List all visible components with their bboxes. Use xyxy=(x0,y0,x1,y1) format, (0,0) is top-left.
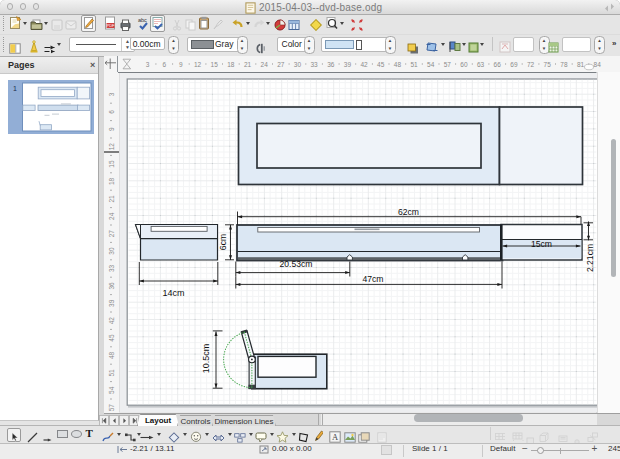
svg-text:14cm: 14cm xyxy=(162,288,184,298)
svg-text:18: 18 xyxy=(227,61,235,68)
svg-text:42: 42 xyxy=(108,317,115,325)
svg-text:69: 69 xyxy=(510,61,518,68)
svg-text:30: 30 xyxy=(108,247,115,255)
svg-text:PDF: PDF xyxy=(106,23,115,28)
svg-text:36: 36 xyxy=(108,282,115,290)
svg-text:abc: abc xyxy=(138,17,147,23)
svg-text:10.5cm: 10.5cm xyxy=(201,344,211,374)
svg-text:51: 51 xyxy=(410,61,418,68)
svg-text:15: 15 xyxy=(108,160,115,168)
svg-text:39: 39 xyxy=(108,299,115,307)
svg-text:33: 33 xyxy=(310,61,318,68)
svg-text:57: 57 xyxy=(108,404,115,412)
svg-text:30: 30 xyxy=(294,61,302,68)
svg-text:81: 81 xyxy=(577,61,585,68)
svg-text:54: 54 xyxy=(108,386,115,394)
svg-text:9: 9 xyxy=(108,127,115,131)
svg-text:6: 6 xyxy=(108,110,115,114)
svg-text:15: 15 xyxy=(211,61,219,68)
svg-text:51: 51 xyxy=(108,369,115,377)
svg-text:15cm: 15cm xyxy=(530,239,551,249)
svg-text:12: 12 xyxy=(194,61,202,68)
svg-text:75: 75 xyxy=(544,61,552,68)
svg-text:36: 36 xyxy=(327,61,335,68)
svg-text:54: 54 xyxy=(427,61,435,68)
svg-text:48: 48 xyxy=(394,61,402,68)
svg-text:84: 84 xyxy=(594,61,602,68)
svg-text:60: 60 xyxy=(460,61,468,68)
svg-text:48: 48 xyxy=(108,352,115,360)
svg-text:6cm: 6cm xyxy=(217,234,227,250)
svg-text:62cm: 62cm xyxy=(397,207,418,217)
svg-text:78: 78 xyxy=(560,61,568,68)
svg-text:33: 33 xyxy=(108,265,115,273)
svg-text:47cm: 47cm xyxy=(362,274,383,284)
svg-text:21: 21 xyxy=(108,195,115,203)
svg-text:3: 3 xyxy=(108,92,115,96)
svg-text:20.53cm: 20.53cm xyxy=(279,259,312,269)
svg-text:2.21cm: 2.21cm xyxy=(585,244,595,272)
svg-text:24: 24 xyxy=(108,212,115,220)
svg-text:3: 3 xyxy=(146,61,150,68)
svg-text:45: 45 xyxy=(108,334,115,342)
svg-text:27: 27 xyxy=(277,61,285,68)
svg-text:18: 18 xyxy=(108,178,115,186)
svg-text:21: 21 xyxy=(244,61,252,68)
svg-text:24: 24 xyxy=(261,61,269,68)
svg-text:27: 27 xyxy=(108,230,115,238)
svg-text:63: 63 xyxy=(477,61,485,68)
svg-text:9: 9 xyxy=(179,61,183,68)
svg-text:42: 42 xyxy=(360,61,368,68)
svg-text:6: 6 xyxy=(162,61,166,68)
svg-text:12: 12 xyxy=(108,143,115,151)
svg-text:57: 57 xyxy=(444,61,452,68)
svg-text:A: A xyxy=(331,432,338,442)
svg-text:1: 1 xyxy=(13,85,17,92)
svg-text:39: 39 xyxy=(344,61,352,68)
svg-text:66: 66 xyxy=(494,61,502,68)
svg-text:45: 45 xyxy=(377,61,385,68)
svg-text:72: 72 xyxy=(527,61,535,68)
